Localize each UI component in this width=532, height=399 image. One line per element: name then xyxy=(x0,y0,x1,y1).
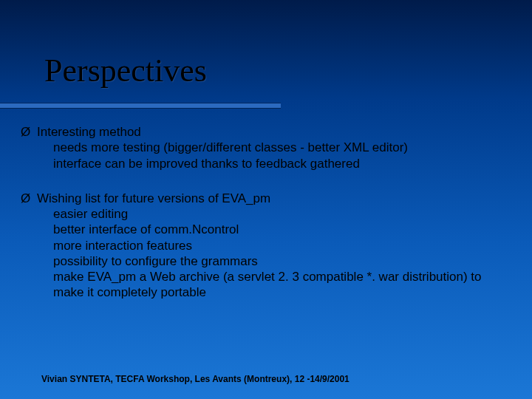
bullet-sub: possibility to configure the grammars xyxy=(21,253,511,269)
spacer xyxy=(21,177,511,191)
bullet-sub: easier editing xyxy=(21,206,511,222)
bullet-head: Wishing list for future versions of EVA_… xyxy=(37,191,270,205)
slide: Perspectives ØInteresting method needs m… xyxy=(0,0,532,399)
bullet-sub: make EVA_pm a Web archive (a servlet 2. … xyxy=(21,269,511,301)
bullet-sub: needs more testing (bigger/different cla… xyxy=(21,140,511,155)
bullet-item: ØInteresting method needs more testing (… xyxy=(21,124,511,171)
title-underline xyxy=(0,103,281,108)
bullet-sub: interface can be improved thanks to feed… xyxy=(21,156,511,171)
slide-title: Perspectives xyxy=(44,52,207,89)
slide-footer: Vivian SYNTETA, TECFA Workshop, Les Avan… xyxy=(41,374,349,384)
bullet-arrow-icon: Ø xyxy=(21,124,37,140)
bullet-item: ØWishing list for future versions of EVA… xyxy=(21,191,511,301)
bullet-sub: better interface of comm.Ncontrol xyxy=(21,222,511,237)
slide-body: ØInteresting method needs more testing (… xyxy=(21,124,511,307)
bullet-head: Interesting method xyxy=(37,125,141,139)
bullet-arrow-icon: Ø xyxy=(21,191,37,206)
bullet-sub: more interaction features xyxy=(21,238,511,253)
